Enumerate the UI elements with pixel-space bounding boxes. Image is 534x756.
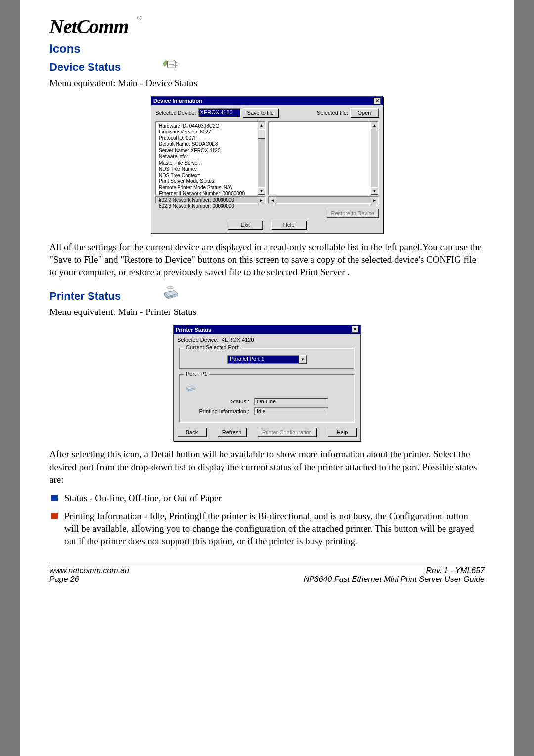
printer-menu-equivalent: Menu equivalent: Main - Printer Status	[49, 306, 485, 318]
refresh-button[interactable]: Refresh	[218, 428, 246, 437]
device-info-listbox[interactable]: Hardware ID: 04A0398C2C Firmware Version…	[155, 121, 266, 195]
selected-device-value: XEROX 4120	[222, 337, 254, 343]
back-button[interactable]: Back	[178, 428, 206, 437]
scroll-up-icon[interactable]: ▲	[371, 122, 378, 129]
printing-info-label: Printing Information :	[185, 408, 254, 414]
scroll-down-icon[interactable]: ▼	[258, 187, 265, 195]
printer-small-icon	[185, 382, 349, 394]
document-page: NetComm ® Icons Device Status Menu equiv…	[20, 0, 514, 756]
footer-divider	[49, 563, 485, 563]
scroll-up-icon[interactable]: ▲	[258, 122, 265, 129]
scroll-left-icon[interactable]: ◄	[269, 197, 276, 204]
status-value: On-Line	[254, 398, 328, 405]
footer-revision: Rev. 1 - YML657	[304, 566, 485, 575]
dialog-title: Device Information	[153, 98, 202, 104]
close-icon[interactable]: ✕	[352, 326, 358, 333]
save-to-file-button[interactable]: Save to file	[243, 108, 278, 117]
svg-point-5	[167, 286, 174, 289]
printing-info-value: Idle	[254, 407, 328, 415]
vertical-scrollbar[interactable]: ▲ ▼	[258, 122, 265, 195]
bullet-list: Status - On-line, Off-line, or Out of Pa…	[49, 492, 485, 548]
footer-guide: NP3640 Fast Ethernet Mini Print Server U…	[304, 575, 485, 584]
help-button[interactable]: Help	[328, 428, 356, 437]
dialog-title: Printer Status	[176, 327, 211, 333]
footer-url: www.netcomm.com.au	[49, 566, 129, 575]
footer-page: Page 26	[49, 575, 129, 584]
printer-configuration-button[interactable]: Printer Configuration	[258, 428, 316, 437]
device-info-lines: Hardware ID: 04A0398C2C Firmware Version…	[156, 122, 265, 211]
close-icon[interactable]: ✕	[374, 98, 381, 104]
selected-device-label: Selected Device:	[178, 337, 219, 343]
selected-device-field[interactable]: XEROX 4120	[198, 108, 241, 117]
chevron-down-icon[interactable]: ▼	[299, 355, 307, 364]
brand-logo: NetComm ®	[49, 15, 485, 38]
dialog-titlebar: Printer Status ✕	[174, 325, 360, 334]
port-p1-group: Port : P1 Status : On-Line Printing Info…	[179, 374, 355, 423]
status-label: Status :	[185, 399, 254, 404]
current-selected-port-group: Current Selected Port: Parallel Port 1 ▼	[179, 348, 355, 369]
vertical-scrollbar[interactable]: ▲ ▼	[371, 122, 378, 195]
registered-mark: ®	[137, 15, 142, 22]
heading-device-status: Device Status	[49, 61, 121, 74]
dialog-titlebar: Device Information ✕	[151, 97, 383, 105]
printer-icon	[162, 285, 180, 302]
selected-file-listbox[interactable]: ▲ ▼	[268, 121, 379, 195]
device-status-description: All of the settings for the current devi…	[49, 241, 485, 279]
device-information-dialog: Device Information ✕ Selected Device: XE…	[151, 96, 383, 234]
printer-status-dialog: Printer Status ✕ Selected Device: XEROX …	[173, 325, 361, 441]
port-dropdown[interactable]: Parallel Port 1 ▼	[227, 355, 307, 364]
open-button[interactable]: Open	[350, 108, 379, 117]
device-menu-equivalent: Menu equivalent: Main - Device Status	[49, 77, 485, 89]
horizontal-scrollbar[interactable]: ◄ ►	[268, 196, 379, 204]
help-button[interactable]: Help	[271, 221, 306, 229]
logo-text: NetComm	[49, 15, 129, 38]
scroll-right-icon[interactable]: ►	[371, 197, 378, 204]
list-item: Status - On-line, Off-line, or Out of Pa…	[49, 492, 485, 505]
port-dropdown-value: Parallel Port 1	[227, 355, 299, 364]
selected-file-label: Selected file:	[317, 110, 348, 116]
restore-to-device-button[interactable]: Restore to Device	[327, 209, 379, 218]
page-footer: www.netcomm.com.au Page 26 Rev. 1 - YML6…	[49, 566, 485, 584]
heading-printer-status: Printer Status	[49, 290, 121, 303]
groupbox-legend: Current Selected Port:	[184, 344, 242, 350]
scroll-down-icon[interactable]: ▼	[371, 187, 378, 195]
device-file-icon	[162, 57, 180, 72]
list-item: Printing Information - Idle, PrintingIf …	[49, 510, 485, 548]
section-heading-icons: Icons	[49, 42, 485, 56]
exit-button[interactable]: Exit	[228, 221, 263, 229]
printer-status-description: After selecting this icon, a Detail butt…	[49, 448, 485, 486]
groupbox-legend: Port : P1	[184, 371, 209, 377]
selected-device-label: Selected Device:	[155, 110, 196, 116]
